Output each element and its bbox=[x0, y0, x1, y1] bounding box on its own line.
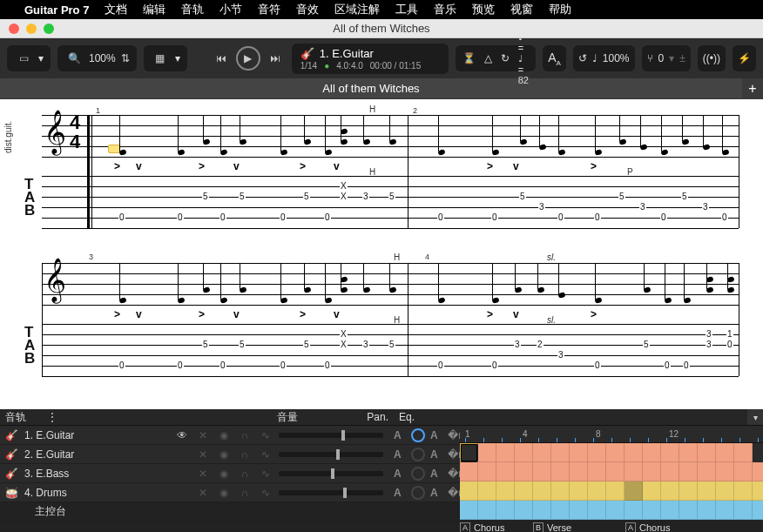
tab-note[interactable]: 3 bbox=[706, 340, 712, 349]
timeline-cell[interactable] bbox=[643, 501, 661, 520]
timeline-cell[interactable] bbox=[679, 481, 698, 501]
track-lane[interactable] bbox=[460, 443, 763, 462]
timeline-cell[interactable] bbox=[661, 501, 679, 520]
timeline-cell[interactable] bbox=[496, 481, 515, 501]
tab-note[interactable]: 0 bbox=[177, 360, 184, 370]
zoom-selector[interactable]: 🔍 100% ⇅ bbox=[57, 45, 137, 71]
timeline-cell[interactable] bbox=[661, 481, 679, 501]
timeline-cell[interactable] bbox=[478, 443, 496, 462]
timeline-cell[interactable] bbox=[716, 481, 734, 501]
track-row[interactable]: 🥁4. Drums✕◉∩∿AA�ııı bbox=[0, 483, 460, 502]
timeline-cell[interactable] bbox=[551, 481, 570, 501]
visibility-toggle[interactable]: 👁 bbox=[174, 429, 190, 441]
speed-trainer[interactable]: ↺ ♩ 100% bbox=[573, 45, 635, 71]
add-track-button[interactable]: + bbox=[742, 78, 763, 99]
track-row[interactable]: 🎸2. E.Guitar✕◉∩∿AA�ııı bbox=[0, 445, 460, 464]
solo-button[interactable]: ◉ bbox=[216, 487, 232, 499]
solo-button[interactable]: ◉ bbox=[216, 429, 232, 441]
tab-note[interactable]: 5 bbox=[303, 192, 310, 201]
text-style[interactable]: AA bbox=[543, 45, 566, 71]
timeline-cell[interactable] bbox=[679, 501, 698, 520]
menu-help[interactable]: 帮助 bbox=[549, 2, 571, 17]
timeline-cell[interactable] bbox=[625, 501, 643, 520]
tab-note[interactable]: 5 bbox=[202, 192, 209, 201]
track-lane[interactable] bbox=[460, 501, 763, 520]
volume-slider[interactable] bbox=[279, 471, 383, 476]
timeline-cell[interactable] bbox=[716, 462, 734, 481]
menu-edit[interactable]: 编辑 bbox=[143, 2, 165, 17]
pan-knob[interactable] bbox=[411, 448, 425, 461]
automation-button[interactable]: ∿ bbox=[258, 487, 273, 499]
tab-note[interactable]: X bbox=[340, 192, 348, 201]
tab-note[interactable]: 3 bbox=[557, 350, 564, 360]
section-bar[interactable]: AChorusBVerseAChorus bbox=[460, 520, 763, 532]
timeline-cell[interactable] bbox=[753, 481, 763, 501]
tab-note[interactable]: 0 bbox=[683, 360, 690, 370]
track-timeline[interactable]: 14812 AChorusBVerseAChorus bbox=[460, 426, 763, 532]
timeline-cell[interactable] bbox=[679, 443, 698, 462]
track-row[interactable]: 🎸1. E.Guitar👁✕◉∩∿AA�ııı bbox=[0, 426, 460, 445]
collapse-button[interactable]: ▾ bbox=[747, 409, 763, 425]
track-row[interactable]: 🎸3. E.Bass✕◉∩∿AA�ııı bbox=[0, 464, 460, 483]
master-track-row[interactable]: 主控台 bbox=[0, 502, 460, 522]
mute-button[interactable]: ✕ bbox=[195, 448, 211, 461]
eq-button[interactable]: �ııı bbox=[448, 448, 460, 461]
track-lane[interactable] bbox=[460, 462, 763, 481]
tab-note[interactable]: 0 bbox=[118, 360, 125, 370]
timeline-cell[interactable] bbox=[643, 443, 661, 462]
tab-note[interactable]: 5 bbox=[239, 340, 246, 349]
timeline-cell[interactable] bbox=[496, 462, 515, 481]
timeline-cell[interactable] bbox=[661, 462, 679, 481]
tuning-group[interactable]: ⑂ 0 ▾ ± bbox=[642, 45, 691, 71]
eq-button[interactable]: �ııı bbox=[448, 429, 460, 441]
timeline-cell[interactable] bbox=[625, 481, 643, 501]
headphone-button[interactable]: ∩ bbox=[237, 448, 253, 461]
tab-note[interactable]: X bbox=[340, 181, 348, 191]
plus-minus-icon[interactable]: ± bbox=[679, 52, 685, 64]
metronome-icon[interactable]: △ bbox=[484, 52, 492, 64]
timeline-cell[interactable] bbox=[606, 462, 625, 481]
tab-note[interactable]: 3 bbox=[639, 202, 646, 212]
section-marker[interactable]: BVerse bbox=[533, 522, 571, 532]
tab-note[interactable]: 5 bbox=[681, 192, 688, 201]
mute-button[interactable]: ✕ bbox=[195, 468, 211, 480]
next-button[interactable]: ⏭ bbox=[266, 49, 285, 68]
timeline-cell[interactable] bbox=[570, 462, 588, 481]
pan-knob[interactable] bbox=[411, 467, 425, 481]
timeline-cell[interactable] bbox=[551, 501, 570, 520]
volume-slider[interactable] bbox=[279, 433, 383, 438]
timeline-cell[interactable] bbox=[698, 501, 716, 520]
timeline-cell[interactable] bbox=[588, 481, 606, 501]
timeline-cell[interactable] bbox=[551, 443, 570, 462]
timeline-ruler[interactable]: 14812 bbox=[460, 426, 763, 443]
tab-note[interactable]: 0 bbox=[219, 360, 226, 370]
tab-note[interactable]: 3 bbox=[514, 340, 521, 349]
timeline-cell[interactable] bbox=[588, 501, 606, 520]
countdown-icon[interactable]: ⏳ bbox=[463, 52, 476, 64]
loop-icon[interactable]: ↻ bbox=[501, 52, 510, 64]
timeline-cell[interactable] bbox=[515, 481, 533, 501]
timeline-cell[interactable] bbox=[533, 443, 551, 462]
tab-note[interactable]: 0 bbox=[437, 360, 444, 370]
tab-note[interactable]: 5 bbox=[388, 192, 395, 201]
headphone-button[interactable]: ∩ bbox=[237, 429, 253, 441]
timeline-cell[interactable] bbox=[460, 443, 478, 462]
menu-sound[interactable]: 音乐 bbox=[434, 2, 456, 17]
tab-note[interactable]: 5 bbox=[519, 192, 526, 201]
tab-note[interactable]: 5 bbox=[643, 340, 650, 349]
tab-note[interactable]: 0 bbox=[594, 212, 601, 222]
timeline-cell[interactable] bbox=[734, 481, 753, 501]
timeline-cell[interactable] bbox=[753, 462, 763, 481]
timeline-cell[interactable] bbox=[716, 443, 734, 462]
tab-note[interactable]: 0 bbox=[437, 212, 444, 222]
menu-track[interactable]: 音轨 bbox=[181, 2, 204, 17]
timeline-cell[interactable] bbox=[606, 443, 625, 462]
automation-button[interactable]: ∿ bbox=[258, 468, 273, 480]
tab-note[interactable]: 3 bbox=[538, 202, 545, 212]
timeline-cell[interactable] bbox=[716, 501, 734, 520]
timeline-cell[interactable] bbox=[625, 462, 643, 481]
minimize-button[interactable] bbox=[26, 24, 37, 34]
tab-note[interactable]: 0 bbox=[557, 212, 564, 222]
tab-note[interactable]: X bbox=[340, 340, 348, 349]
timeline-cell[interactable] bbox=[606, 481, 625, 501]
